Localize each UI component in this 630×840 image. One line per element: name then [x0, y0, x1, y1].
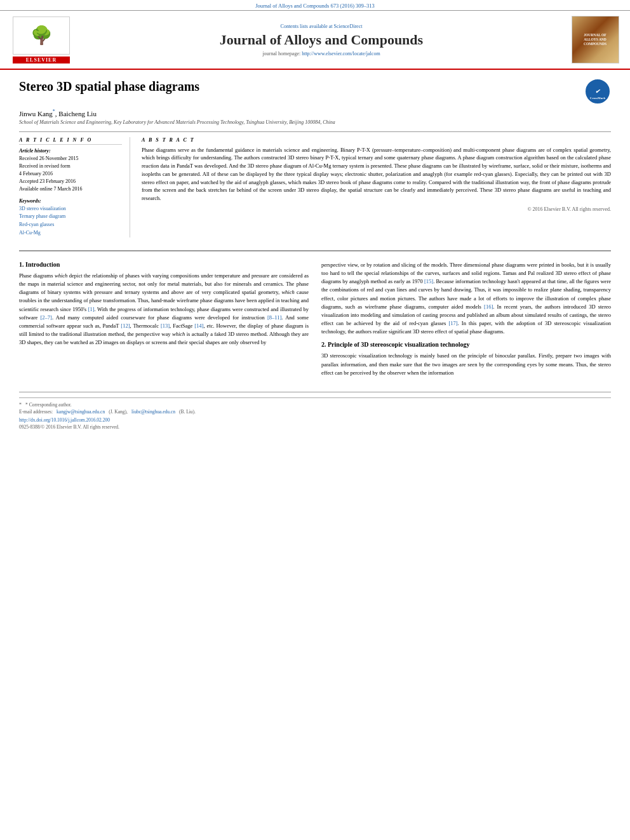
highlight-which: which — [55, 272, 67, 279]
ref-17: [17] — [448, 320, 457, 326]
keyword-4: Al-Cu-Mg — [19, 229, 122, 237]
header-section: 🌳 ELSEVIER Contents lists available at S… — [0, 11, 630, 70]
science-direct-link[interactable]: ScienceDirect — [334, 23, 363, 29]
journal-citation: Journal of Alloys and Compounds 673 (201… — [255, 3, 375, 9]
ref-8-11: [8–11] — [267, 314, 281, 321]
corresponding-author-label: * Corresponding author. — [25, 402, 72, 408]
corresponding-author-note: * * Corresponding author. — [19, 402, 611, 408]
keyword-1: 3D stereo visualization — [19, 205, 122, 213]
ref-16: [16] — [484, 303, 493, 310]
doi-link[interactable]: http://dx.doi.org/10.1016/j.jallcom.2016… — [19, 417, 110, 423]
main-left-column: 1. Introduction Phase diagrams which dep… — [19, 261, 309, 382]
elsevier-tree-icon: 🌳 — [30, 27, 53, 44]
section2-heading: 2. Principle of 3D stereoscopic visualiz… — [321, 341, 611, 348]
copyright-line: © 2016 Elsevier B.V. All rights reserved… — [142, 206, 611, 212]
main-content: 1. Introduction Phase diagrams which dep… — [19, 250, 611, 382]
keyword-3: Red-cyan glasses — [19, 221, 122, 229]
crossmark-icon: ✔ CrossMark — [586, 79, 610, 103]
elsevier-label: ELSEVIER — [13, 57, 70, 63]
available-online: Available online 7 March 2016 — [19, 185, 122, 193]
received-revised-label: Received in revised form — [19, 163, 122, 170]
issn-line: 0925-8388/© 2016 Elsevier B.V. All right… — [19, 424, 611, 430]
highlight-which3: which — [172, 331, 185, 337]
section1-heading: 1. Introduction — [19, 261, 309, 268]
journal-homepage-link[interactable]: http://www.elsevier.com/locate/jalcom — [302, 51, 380, 57]
email1-author: (J. Kang), — [109, 409, 128, 415]
contents-available: Contents lists available at ScienceDirec… — [83, 23, 560, 29]
email2-author: (B. Liu). — [179, 409, 196, 415]
right-column: A B S T R A C T Phase diagrams serve as … — [142, 137, 611, 237]
abstract-text: Phase diagrams serve as the fundamental … — [142, 146, 611, 203]
history-title: Article history: — [19, 148, 122, 154]
journal-cover-title: JOURNAL OFALLOYS ANDCOMPOUNDS — [584, 33, 607, 46]
section2-body: 3D stereoscopic visualization technology… — [321, 352, 611, 377]
accepted-date: Accepted 23 February 2016 — [19, 178, 122, 185]
ref-2-7: [2–7] — [41, 314, 52, 321]
article-history: Article history: Received 26 November 20… — [19, 148, 122, 193]
article-title-section: Stereo 3D spatial phase diagrams ✔ Cross… — [19, 79, 611, 105]
header-left: 🌳 ELSEVIER — [6, 17, 76, 63]
revised-date: 4 February 2016 — [19, 170, 122, 178]
ref-12: [12] — [121, 323, 130, 329]
author1-name: Jinwu Kang — [19, 110, 53, 117]
header-right: JOURNAL OFALLOYS ANDCOMPOUNDS — [566, 16, 624, 63]
journal-title-main: Journal of Alloys and Compounds — [83, 32, 560, 48]
author1-sup: * — [53, 109, 55, 114]
article-info-abstract: A R T I C L E I N F O Article history: R… — [19, 131, 611, 237]
journal-top-bar: Journal of Alloys and Compounds 673 (201… — [0, 0, 630, 11]
email1-link[interactable]: kangjw@tsinghua.edu.cn — [57, 409, 105, 415]
footnote-star-icon: * — [19, 402, 22, 408]
crossmark-logo: ✔ CrossMark — [586, 79, 611, 105]
email-label: E-mail addresses: — [19, 409, 53, 415]
article-info-label: A R T I C L E I N F O — [19, 137, 122, 145]
keywords-section: Keywords: 3D stereo visualization Ternar… — [19, 198, 122, 237]
section1-body: Phase diagrams which depict the relation… — [19, 272, 309, 347]
email2-link[interactable]: liubc@tsinghua.edu.cn — [131, 409, 175, 415]
article-affiliation: School of Materials Science and Engineer… — [19, 119, 611, 125]
header-center: Contents lists available at ScienceDirec… — [76, 23, 566, 57]
ref-14: [14] — [194, 323, 203, 329]
article-authors: Jinwu Kang*, Baicheng Liu — [19, 109, 611, 117]
ref-15: [15] — [424, 278, 433, 284]
keywords-title: Keywords: — [19, 198, 122, 204]
abstract-label: A B S T R A C T — [142, 137, 611, 143]
received-date: Received 26 November 2015 — [19, 155, 122, 163]
elsevier-logo-box: 🌳 — [13, 17, 70, 55]
author2-name: Baicheng Liu — [58, 110, 97, 117]
section1-right-body: perspective view, or by rotation and sli… — [321, 261, 611, 337]
article-title: Stereo 3D spatial phase diagrams — [19, 79, 579, 94]
article-body: Stereo 3D spatial phase diagrams ✔ Cross… — [0, 70, 630, 439]
elsevier-logo: 🌳 ELSEVIER — [6, 17, 76, 63]
journal-cover: JOURNAL OFALLOYS ANDCOMPOUNDS — [572, 16, 619, 63]
footer-area: * * Corresponding author. E-mail address… — [19, 392, 611, 430]
journal-homepage: journal homepage: http://www.elsevier.co… — [83, 51, 560, 57]
keyword-2: Ternary phase diagram — [19, 213, 122, 221]
main-right-column: perspective view, or by rotation and sli… — [321, 261, 611, 382]
left-column: A R T I C L E I N F O Article history: R… — [19, 137, 130, 237]
ref-1: [1] — [88, 306, 95, 312]
highlight-which2: which — [281, 289, 294, 295]
email-line: E-mail addresses: kangjw@tsinghua.edu.cn… — [19, 409, 611, 415]
ref-13: [13] — [161, 323, 170, 329]
